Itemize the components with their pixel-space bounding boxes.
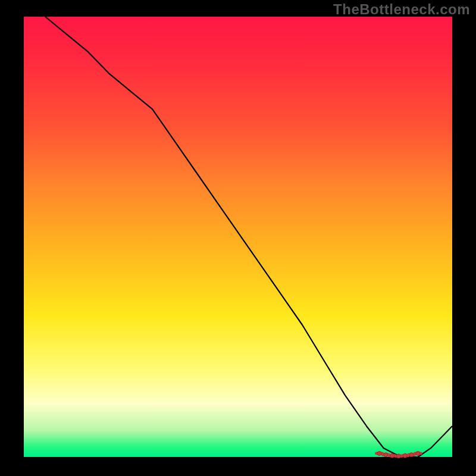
highlight-point xyxy=(384,453,388,457)
bottleneck-curve xyxy=(45,17,452,457)
highlight-point xyxy=(377,452,381,456)
highlight-point xyxy=(403,453,407,458)
highlight-point xyxy=(409,453,414,457)
chart-frame: TheBottleneck.com xyxy=(0,0,476,476)
highlight-point xyxy=(397,454,401,458)
plot-area xyxy=(24,17,452,457)
chart-svg xyxy=(24,17,452,457)
watermark-text: TheBottleneck.com xyxy=(333,1,470,18)
highlight-point xyxy=(390,453,394,458)
highlight-point xyxy=(416,452,420,456)
